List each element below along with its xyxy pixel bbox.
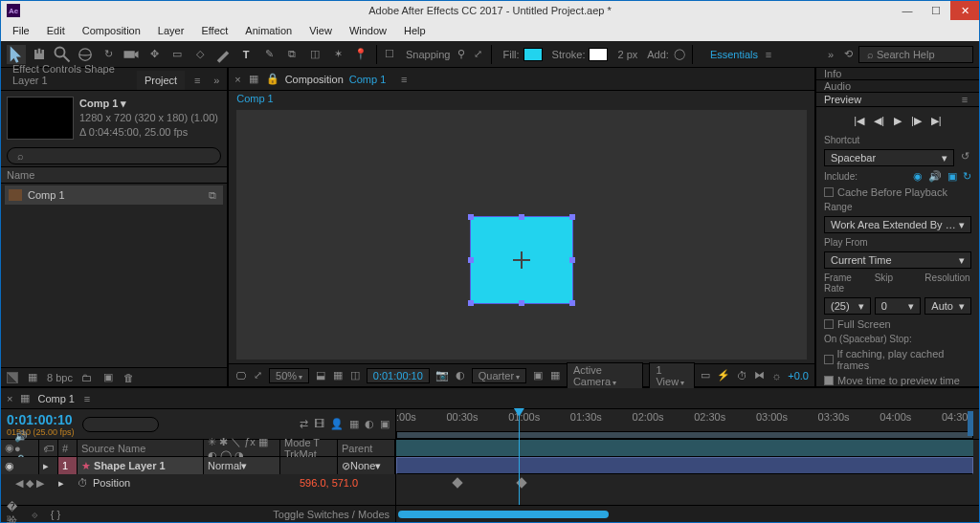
roto-tool-icon[interactable]: ✶ [328,45,347,64]
resize-handle[interactable] [569,214,575,220]
quality-dropdown[interactable]: Quarter [472,368,526,383]
loop-icon[interactable]: ↻ [963,170,971,183]
shape-tool-icon[interactable]: ▭ [167,45,187,64]
menu-edit[interactable]: Edit [39,23,73,38]
shy-icon[interactable]: 👤 [330,418,344,430]
blend-mode-dropdown[interactable]: Normal [208,460,241,471]
frame-blend-icon[interactable]: ▦ [349,418,359,430]
timeline-search-input[interactable] [82,417,159,432]
puppet-tool-icon[interactable]: 📍 [351,45,370,64]
play-button[interactable]: ▶ [894,115,902,127]
include-audio-icon[interactable]: 🔊 [928,170,942,183]
reset-exposure-icon[interactable]: ☼ [770,369,782,382]
snapping-checkbox[interactable]: ☐ [383,48,396,61]
graph-editor-icon[interactable]: ▣ [380,418,390,430]
resize-handle[interactable] [519,300,524,306]
range-dropdown[interactable]: Work Area Extended By Current...▾ [824,216,971,233]
resize-handle[interactable] [468,214,474,220]
guides-icon[interactable]: ◫ [349,369,361,382]
tab-project[interactable]: Project [137,71,185,90]
close-tab-icon[interactable]: × [234,74,240,85]
onstop-move-checkbox[interactable]: Move time to preview time [824,375,971,386]
shape-layer-preview[interactable] [470,216,573,304]
menu-help[interactable]: Help [396,23,434,38]
snapping-opts2-icon[interactable]: ⤢ [472,48,485,61]
menu-composition[interactable]: Composition [75,23,148,38]
project-settings-icon[interactable]: ▦ [26,371,39,384]
playfrom-dropdown[interactable]: Current Time▾ [824,251,971,269]
views-dropdown[interactable]: 1 View [649,362,694,389]
stroke-swatch[interactable] [589,48,608,61]
anchor-point-icon[interactable] [517,255,526,265]
mask-tool-icon[interactable]: ◇ [190,45,210,64]
resize-handle[interactable] [519,214,524,220]
panel-menu-icon[interactable]: ≡ [190,74,204,87]
workspace-dropdown[interactable]: Essentials [710,49,758,60]
project-col-name[interactable]: Name [7,169,34,181]
new-comp-icon[interactable]: ▣ [101,371,115,384]
lock-icon[interactable]: 🔒 [266,73,279,86]
resize-handle[interactable] [569,300,575,306]
sync-icon[interactable]: ⟲ [841,48,855,61]
brush-tool-icon[interactable]: ✎ [259,45,278,64]
timeline-ruler[interactable]: :00s00:30s01:00s01:30s02:00s02:30s03:00s… [396,409,979,440]
menu-file[interactable]: File [5,23,37,38]
res-auto-icon[interactable]: ⬓ [315,369,326,382]
fill-swatch[interactable] [523,48,543,61]
timeline-tab[interactable]: Comp 1 [37,393,75,404]
panel-header-audio[interactable]: Audio [816,80,979,93]
panel-menu-icon[interactable]: ≡ [958,93,971,106]
cache-checkbox[interactable]: Cache Before Playback [824,186,971,198]
flowchart-icon[interactable]: ⧓ [753,369,765,382]
stroke-width[interactable]: 2 px [617,49,637,60]
window-maximize-button[interactable]: ☐ [922,1,950,20]
comp-breadcrumb[interactable]: Comp 1 [229,91,814,110]
magnification-icon[interactable]: ⤢ [252,369,263,382]
resize-handle[interactable] [569,257,575,263]
toggle-switches-icon[interactable]: �验 [7,508,20,521]
panel-header-info[interactable]: Info [816,68,979,80]
roi-icon[interactable]: ▣ [532,369,544,382]
next-frame-button[interactable]: |▶ [911,115,922,127]
parent-dropdown[interactable]: None [350,460,375,471]
tab-effect-controls[interactable]: Effect Controls Shape Layer 1 [5,59,131,90]
timeline-navigator[interactable] [968,411,973,436]
resize-handle[interactable] [468,300,474,306]
timeline-zoom-scrollbar[interactable] [396,505,979,522]
close-tab-icon[interactable]: × [7,393,12,404]
render-queue-icon[interactable]: ▦ [18,392,32,405]
workspace-menu-icon[interactable]: ≡ [762,48,775,61]
motion-blur-icon[interactable]: ◐ [365,418,374,430]
menu-effect[interactable]: Effect [193,23,235,38]
layer-row[interactable]: ▸ 1 ★ Shape Layer 1 Normal ▾ ⊘ None ▾ [1,457,395,474]
trash-icon[interactable]: 🗑 [122,371,136,384]
menu-animation[interactable]: Animation [237,23,300,38]
project-search-input[interactable]: ⌕ [7,147,221,164]
resize-handle[interactable] [468,257,474,263]
show-channel-icon[interactable]: ◐ [455,369,466,382]
timeline-icon[interactable]: ⏱ [736,369,747,382]
new-bin-icon[interactable]: 🗀 [80,371,94,384]
include-video-icon[interactable]: ◉ [913,170,923,183]
panel-menu-icon[interactable]: ≡ [397,73,411,86]
comp-tab-name[interactable]: Comp 1 [349,74,387,85]
pan-behind-tool-icon[interactable]: ✥ [145,45,164,64]
shortcut-dropdown[interactable]: Spacebar▾ [824,149,954,166]
overflow-icon[interactable]: » [824,48,837,61]
flowchart-icon[interactable]: ⧉ [206,188,219,202]
pixel-aspect-icon[interactable]: ▭ [701,369,712,382]
comp-mini-flow-icon[interactable]: ⇄ [300,418,308,430]
framerate-dropdown[interactable]: (25)▾ [824,297,871,315]
timeline-tracks[interactable]: :00s00:30s01:00s01:30s02:00s02:30s03:00s… [396,409,979,522]
current-timecode[interactable]: 0:01:00:10 [7,412,75,427]
panel-menu-icon[interactable]: ≡ [80,392,94,405]
menu-layer[interactable]: Layer [150,23,192,38]
fast-preview-icon[interactable]: ⚡ [717,369,730,382]
skip-dropdown[interactable]: 0▾ [875,297,922,315]
keyframe-icon[interactable] [516,477,526,488]
layer-visibility-toggle[interactable] [5,460,14,472]
menu-view[interactable]: View [301,23,340,38]
fullscreen-checkbox[interactable]: Full Screen [824,318,971,330]
property-row[interactable]: ◀ ◆ ▶ ▸ ⏱ Position 596.0, 571.0 [1,474,395,491]
onstop-cache-checkbox[interactable]: If caching, play cached frames [824,348,971,371]
